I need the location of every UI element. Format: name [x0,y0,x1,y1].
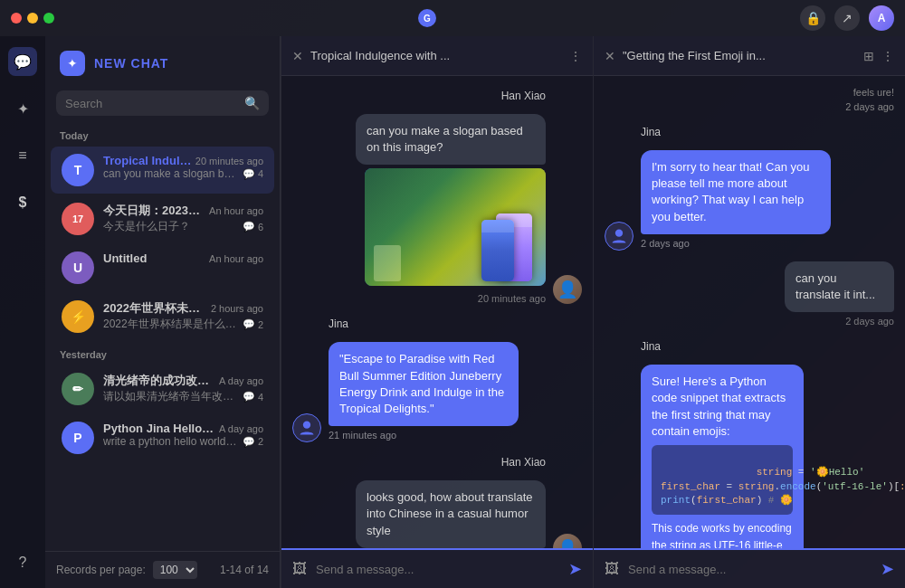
chat-preview: 今天是什么日子？ [103,219,190,234]
sidebar-footer: Records per page: 100 50 25 1-14 of 14 [45,551,280,588]
msg-sender-han-xiao-2: Han Xiao [501,456,546,469]
jina-avatar-p2 [605,222,634,251]
records-per-page-label: Records per page: [56,564,146,576]
chat-preview: 请以如果清光绪帝当年改革成功，以列表的方式... [103,389,239,404]
message-row: can you translate it int... 2 days ago [605,261,894,327]
sidebar-item-dollar[interactable]: $ [8,188,37,217]
chat-info: Python Jina Hello Wo... A day ago write … [103,422,263,448]
panel-2-menu-icon[interactable]: ⋮ [881,49,894,63]
panel-2-header: ✕ "Getting the First Emoji in... ⊞ ⋮ [594,36,905,76]
titlebar-actions: 🔒 ↗ A [800,5,894,31]
export-button[interactable]: ↗ [834,5,860,31]
msg-content: Sure! Here's a Python code snippet that … [641,365,858,548]
traffic-lights [11,13,54,24]
msg-sender-row: Jina [605,337,894,354]
chat-panels: ✕ Tropical Indulgence with ... ⋮ Han Xia… [281,36,905,588]
maximize-button[interactable] [43,13,54,24]
send-button-1[interactable]: ➤ [568,559,582,579]
panel-2-close[interactable]: ✕ [605,49,615,63]
avatar: T [62,154,94,186]
chat-title: 2022年世界杯未来... [103,300,207,317]
msg-sender-jina-p2-2: Jina [641,340,661,353]
msg-bubble: looks good, how about translate into Chi… [356,480,546,548]
chat-item[interactable]: ⚡ 2022年世界杯未来... 2 hours ago 2022年世界杯结果是什… [51,293,274,340]
attach-icon[interactable]: 🖼 [292,561,307,577]
close-button[interactable] [11,13,22,24]
msg-sender-row: Jina [605,123,894,139]
panel-2-input[interactable] [628,563,872,576]
panel-2-actions: ⊞ ⋮ [863,49,894,63]
avatar: P [62,422,94,454]
avatar: 17 [62,203,94,235]
titlebar: G 🔒 ↗ A [0,0,905,36]
search-icon[interactable]: 🔍 [244,96,260,110]
new-chat-label: NEW CHAT [94,56,168,71]
sidebar-item-sparkle[interactable]: ✦ [8,94,37,123]
chat-panel-1: ✕ Tropical Indulgence with ... ⋮ Han Xia… [281,36,593,588]
msg-time: 20 minutes ago [478,293,546,304]
avatar: U [62,251,94,284]
section-yesterday: Yesterday [45,342,280,364]
jina-avatar [292,413,321,442]
per-page-select[interactable]: 100 50 25 [153,561,197,579]
privacy-button[interactable]: 🔒 [800,5,825,31]
chat-preview: can you make a slogan based on... [103,167,239,180]
chat-time: A day ago [219,423,263,434]
img-placeholder [365,168,546,286]
msg-content: can you make a slogan based on this imag… [292,114,546,304]
send-button-2[interactable]: ➤ [881,559,894,579]
panel-1-close[interactable]: ✕ [292,49,303,63]
new-chat-icon: ✦ [60,51,85,76]
main-layout: 💬 ✦ ≡ $ ? ✦ NEW CHAT 🔍 Today T Tropical … [0,36,905,588]
chat-item[interactable]: U Untitled An hour ago [51,244,274,291]
msg-time-top: feels ure! [853,87,894,98]
sidebar-item-help[interactable]: ? [8,548,37,577]
chat-item[interactable]: ✏ 清光绪帝的成功改革... A day ago 请以如果清光绪帝当年改革成功，… [51,365,274,413]
panel-2-messages: feels ure! 2 days ago Jina I'm sorry to … [594,76,905,548]
chat-item[interactable]: 17 今天日期：2023年... An hour ago 今天是什么日子？ 💬 … [51,195,274,242]
message-row: I'm sorry to hear that! Can you please t… [605,150,894,251]
panel-2-input-area: 🖼 ➤ [594,548,905,588]
msg-sender-jina-1: Jina [329,318,348,330]
sidebar-item-chat[interactable]: 💬 [8,47,37,76]
code-extra-text: This code works by encoding the string a… [652,522,792,548]
chat-list: T Tropical Indulg... 20 minutes ago can … [45,145,280,551]
chat-badge: 💬 6 [243,221,263,232]
panel-1-menu-icon[interactable]: ⋮ [569,49,582,63]
chat-title: Python Jina Hello Wo... [103,422,215,435]
message-row: 👤 looks good, how about translate into C… [292,480,582,548]
code-intro-text: Sure! Here's a Python code snippet that … [652,375,786,438]
attach-icon-2[interactable]: 🖼 [605,561,619,577]
new-chat-button[interactable]: ✦ NEW CHAT [45,36,280,83]
panel-1-header: ✕ Tropical Indulgence with ... ⋮ [281,36,593,76]
search-input[interactable] [65,97,237,110]
chat-preview: write a python hello world using jina [103,435,239,448]
chat-item[interactable]: P Python Jina Hello Wo... A day ago writ… [51,414,274,461]
panel-1-actions: ⋮ [569,49,582,63]
chat-badge: 💬 2 [243,318,263,330]
panel-1-input[interactable] [316,563,559,576]
message-row: Sure! Here's a Python code snippet that … [605,365,894,548]
panel-2-grid-icon[interactable]: ⊞ [863,49,874,63]
svg-point-2 [615,229,623,236]
avatar: ✏ [62,373,94,405]
user-avatar-han2: 👤 [553,534,582,548]
msg-bubble: can you translate it int... [785,261,894,312]
icon-bar: 💬 ✦ ≡ $ ? [0,36,45,588]
sidebar-item-equalizer[interactable]: ≡ [8,141,37,170]
chat-info: 2022年世界杯未来... 2 hours ago 2022年世界杯结果是什么样… [103,300,263,332]
user-avatar[interactable]: A [869,5,894,31]
minimize-button[interactable] [27,13,38,24]
chat-badge: 💬 4 [243,168,263,180]
panel-1-title: Tropical Indulgence with ... [310,49,562,62]
code-block: string = '🌼Hello' first_char = string.en… [652,445,793,516]
section-today: Today [45,123,280,145]
chat-info: Untitled An hour ago [103,251,263,265]
chat-item[interactable]: T Tropical Indulg... 20 minutes ago can … [51,147,274,194]
panel-2-title: "Getting the First Emoji in... [623,49,856,62]
chat-title: 清光绪帝的成功改革... [103,373,215,389]
chat-badge: 💬 2 [243,436,263,448]
chat-time: An hour ago [209,205,263,216]
chat-info: 今天日期：2023年... An hour ago 今天是什么日子？ 💬 6 [103,203,263,234]
user-avatar-han: 👤 [553,275,582,304]
